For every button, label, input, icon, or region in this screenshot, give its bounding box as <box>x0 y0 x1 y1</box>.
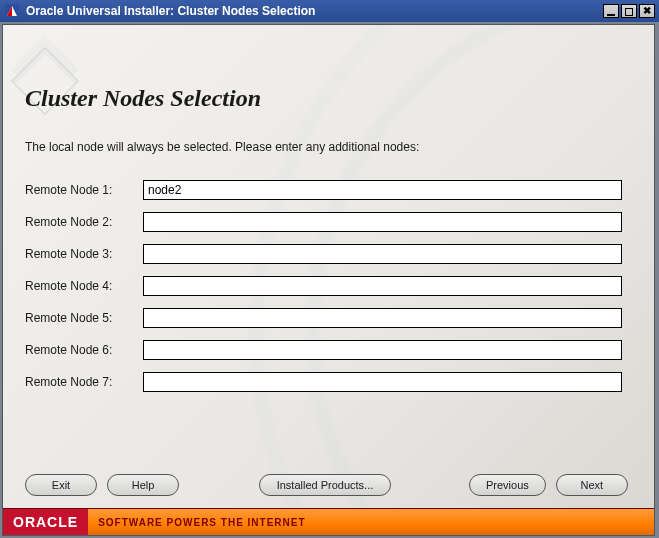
remote-node-7-input[interactable] <box>143 372 622 392</box>
previous-button[interactable]: Previous <box>469 474 546 496</box>
app-icon <box>4 3 20 19</box>
remote-node-row: Remote Node 1: <box>25 180 622 200</box>
client-area: Cluster Nodes Selection The local node w… <box>2 24 655 536</box>
installed-products-button[interactable]: Installed Products... <box>259 474 391 496</box>
minimize-button[interactable] <box>603 4 619 18</box>
remote-node-label: Remote Node 4: <box>25 279 143 293</box>
close-button[interactable] <box>639 4 655 18</box>
window-title: Oracle Universal Installer: Cluster Node… <box>26 4 315 18</box>
remote-node-5-input[interactable] <box>143 308 622 328</box>
remote-node-label: Remote Node 3: <box>25 247 143 261</box>
remote-node-row: Remote Node 2: <box>25 212 622 232</box>
remote-node-label: Remote Node 7: <box>25 375 143 389</box>
titlebar[interactable]: Oracle Universal Installer: Cluster Node… <box>0 0 659 22</box>
remote-node-label: Remote Node 1: <box>25 183 143 197</box>
remote-node-label: Remote Node 5: <box>25 311 143 325</box>
help-button[interactable]: Help <box>107 474 179 496</box>
remote-node-row: Remote Node 5: <box>25 308 622 328</box>
remote-node-label: Remote Node 6: <box>25 343 143 357</box>
remote-node-row: Remote Node 4: <box>25 276 622 296</box>
remote-node-row: Remote Node 3: <box>25 244 622 264</box>
oracle-logo: ORACLE <box>3 509 88 535</box>
footer-bar: ORACLE SOFTWARE POWERS THE INTERNET <box>3 508 654 535</box>
remote-node-4-input[interactable] <box>143 276 622 296</box>
page-title: Cluster Nodes Selection <box>25 85 632 112</box>
remote-node-1-input[interactable] <box>143 180 622 200</box>
footer-tagline: SOFTWARE POWERS THE INTERNET <box>88 509 654 535</box>
content: Cluster Nodes Selection The local node w… <box>3 25 654 507</box>
remote-node-2-input[interactable] <box>143 212 622 232</box>
remote-node-3-input[interactable] <box>143 244 622 264</box>
exit-button[interactable]: Exit <box>25 474 97 496</box>
remote-nodes-form: Remote Node 1: Remote Node 2: Remote Nod… <box>25 180 632 392</box>
remote-node-6-input[interactable] <box>143 340 622 360</box>
window: Oracle Universal Installer: Cluster Node… <box>0 0 659 538</box>
remote-node-label: Remote Node 2: <box>25 215 143 229</box>
button-bar: Exit Help Installed Products... Previous… <box>3 463 654 507</box>
next-button[interactable]: Next <box>556 474 628 496</box>
remote-node-row: Remote Node 7: <box>25 372 622 392</box>
remote-node-row: Remote Node 6: <box>25 340 622 360</box>
maximize-button[interactable] <box>621 4 637 18</box>
instruction-text: The local node will always be selected. … <box>25 140 632 154</box>
